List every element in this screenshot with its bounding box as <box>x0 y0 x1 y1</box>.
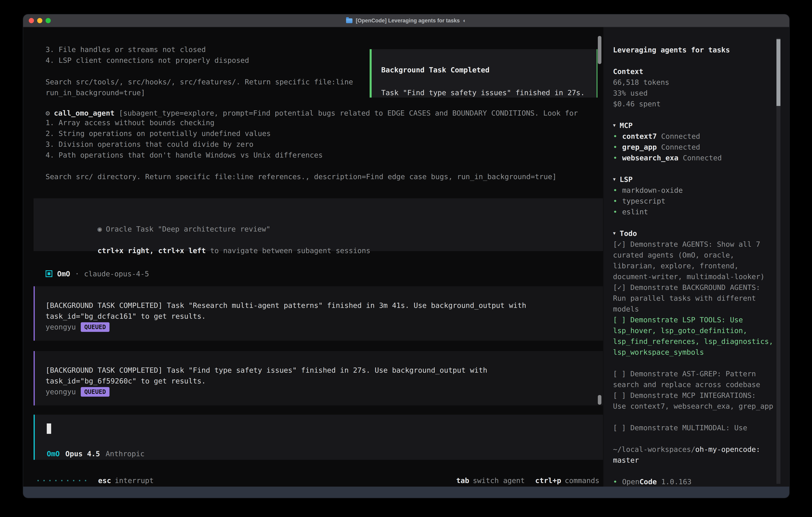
section-mcp[interactable]: ▼ MCP <box>613 120 776 131</box>
lsp-name: typescript <box>622 195 666 206</box>
edge-case-item: 3. Division operations that could divide… <box>46 139 603 149</box>
todo-item-active: [ ] Demonstrate LSP TOOLS: Use lsp_hover… <box>613 314 777 357</box>
context-used: 33% used <box>613 87 776 98</box>
edge-case-item: 2. String operations on potentially unde… <box>46 128 603 139</box>
lsp-name: eslint <box>622 206 648 217</box>
mcp-heading-label: MCP <box>619 120 633 131</box>
message-meta: yeongyu QUEUED <box>46 386 603 397</box>
chevron-down-icon: ▼ <box>613 228 616 239</box>
green-dot-icon: • <box>613 152 617 163</box>
agent-session-header[interactable]: OmO · claude-opus-4-5 <box>46 268 603 279</box>
spinner-dots-icon: ········· <box>36 476 89 485</box>
version-row: • OpenCode 1.0.163 <box>613 476 776 487</box>
green-dot-icon: • <box>613 185 617 195</box>
mcp-status: Connected <box>661 131 700 141</box>
main-scrollbar-thumb[interactable] <box>598 395 601 405</box>
agent-checkbox-icon <box>46 270 52 277</box>
input-agent-name: OmO <box>47 450 60 458</box>
section-lsp[interactable]: ▼ LSP <box>613 174 776 185</box>
traffic-lights <box>29 15 51 27</box>
chat-main-area: 3. File handles or streams not closed 4.… <box>23 27 603 487</box>
todo-item-pending: [ ] Demonstrate AST-GREP: Pattern search… <box>613 368 777 390</box>
edge-case-item: 4. Path operations that don't handle Win… <box>46 149 603 160</box>
window-bottom-strip <box>23 487 789 498</box>
green-dot-icon: • <box>613 206 617 217</box>
oracle-status-icon: ◉ <box>97 225 102 233</box>
esc-key-hint: esc <box>98 476 111 485</box>
lsp-item: • eslint <box>613 206 776 217</box>
close-button[interactable] <box>29 18 34 23</box>
agent-model: claude-opus-4-5 <box>84 270 149 278</box>
status-badge: QUEUED <box>81 322 110 332</box>
workspace-path: ~/local-workspaces/oh-my-opencode: maste… <box>613 444 777 465</box>
toast-notification[interactable]: Background Task Completed Task "Find typ… <box>370 49 598 98</box>
background-task-message: [BACKGROUND TASK COMPLETED] Task "Find t… <box>34 351 603 405</box>
agent-separator: · <box>75 270 79 278</box>
lsp-item: • markdown-oxide <box>613 185 776 195</box>
green-dot-icon: • <box>613 131 617 141</box>
message-text: [BACKGROUND TASK COMPLETED] Task "Find t… <box>46 365 565 386</box>
message-user: yeongyu <box>46 323 76 331</box>
tool-call-args: [subagent_type=explore, prompt=Find pote… <box>115 109 578 117</box>
section-todo[interactable]: ▼ Todo <box>613 228 776 239</box>
status-bar: ········· esc interrupt tab switch agent… <box>36 475 600 486</box>
mcp-item: • websearch_exa Connected <box>613 152 776 163</box>
input-provider-name: Anthropic <box>106 450 144 458</box>
folder-icon <box>346 18 353 23</box>
gear-icon: ⚙ <box>46 109 50 117</box>
todo-heading-label: Todo <box>619 228 637 239</box>
background-task-message: [BACKGROUND TASK COMPLETED] Task "Resear… <box>34 286 603 341</box>
mcp-name: websearch_exa <box>622 152 678 163</box>
app-name-dim: Open <box>622 476 640 487</box>
mcp-item: • context7 Connected <box>613 131 776 141</box>
oracle-task-title-line: ◉Oracle Task "Deep architecture review" <box>46 213 603 223</box>
ctrlp-key-hint: ctrl+p <box>535 476 561 485</box>
sidebar-scrollbar-thumb[interactable] <box>777 39 780 106</box>
todo-item-done: [✓] Demonstrate AGENTS: Show all 7 curat… <box>613 239 777 282</box>
context-spent: $0.46 spent <box>613 98 776 109</box>
input-meta-row: OmO Opus 4.5 Anthropic <box>47 448 603 459</box>
edge-case-item: 1. Array access without bounds checking <box>46 117 603 128</box>
oracle-task-panel: ◉Oracle Task "Deep architecture review" … <box>34 198 603 251</box>
chevron-down-icon: ▼ <box>613 174 616 185</box>
message-user: yeongyu <box>46 387 76 396</box>
mcp-status: Connected <box>661 141 700 152</box>
half-circle-icon: ◐ <box>463 18 466 24</box>
lsp-heading-label: LSP <box>619 174 633 185</box>
session-title: Leveraging agents for tasks <box>613 45 776 55</box>
window-title-area: [OpenCode] Leveraging agents for tasks ◐ <box>346 18 466 24</box>
message-text: [BACKGROUND TASK COMPLETED] Task "Resear… <box>46 300 565 322</box>
minimize-button[interactable] <box>37 18 42 23</box>
tab-key-hint: tab <box>456 476 469 485</box>
toast-title: Background Task Completed <box>381 64 597 75</box>
mcp-status: Connected <box>683 152 722 163</box>
desktop: [OpenCode] Leveraging agents for tasks ◐… <box>0 0 812 517</box>
ctrlp-key-label: commands <box>565 476 600 485</box>
context-tokens: 66,518 tokens <box>613 77 776 87</box>
main-scrollbar-thumb[interactable] <box>598 36 601 64</box>
oracle-task-title: Oracle Task "Deep architecture review" <box>106 225 270 233</box>
chevron-down-icon: ▼ <box>613 120 616 131</box>
mcp-name: grep_app <box>622 141 657 152</box>
zoom-button[interactable] <box>46 18 51 23</box>
todo-item-done: [✓] Demonstrate BACKGROUND AGENTS: Run p… <box>613 282 777 314</box>
window-title: [OpenCode] Leveraging agents for tasks <box>356 18 460 24</box>
workspace-branch: master <box>613 455 777 465</box>
esc-key-label: interrupt <box>115 476 154 485</box>
lsp-item: • typescript <box>613 195 776 206</box>
opencode-terminal-window: [OpenCode] Leveraging agents for tasks ◐… <box>23 15 789 498</box>
app-name-bold: Code <box>639 476 657 487</box>
context-heading-label: Context <box>613 66 643 77</box>
green-dot-icon: • <box>613 195 617 206</box>
subagent-navigation-hint: ctrl+x right, ctrl+x left to navigate be… <box>46 234 603 245</box>
tab-key-label: switch agent <box>473 476 525 485</box>
app-version: 1.0.163 <box>661 476 692 487</box>
agent-name: OmO <box>57 270 70 278</box>
tool-call-name: call_omo_agent <box>54 109 115 117</box>
tool-call-line: ⚙call_omo_agent [subagent_type=explore, … <box>46 109 603 117</box>
lsp-name: markdown-oxide <box>622 185 683 195</box>
prompt-input[interactable]: OmO Opus 4.5 Anthropic <box>34 415 603 460</box>
hint-keys: ctrl+x right, ctrl+x left <box>97 246 206 255</box>
status-badge: QUEUED <box>81 387 110 397</box>
titlebar[interactable]: [OpenCode] Leveraging agents for tasks ◐ <box>23 15 789 27</box>
